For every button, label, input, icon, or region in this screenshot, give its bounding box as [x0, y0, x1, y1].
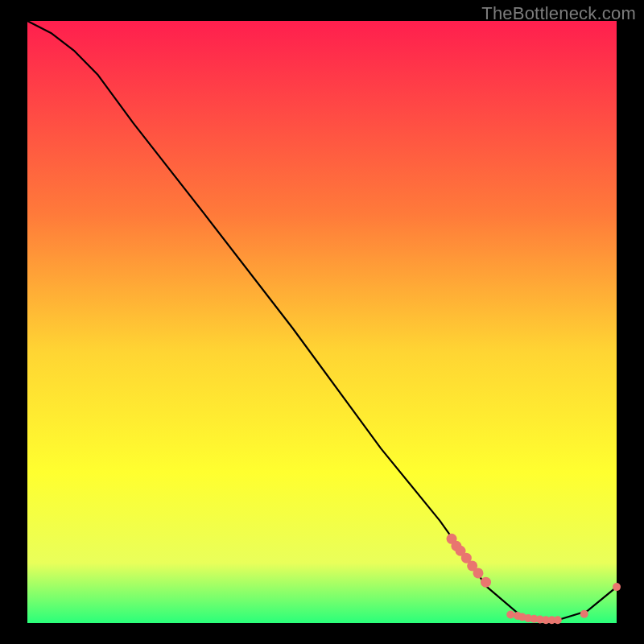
watermark-text: TheBottleneck.com: [481, 3, 636, 24]
gradient-background: [27, 21, 617, 623]
marker-dot: [481, 577, 491, 588]
marker-dot: [580, 610, 588, 618]
marker-dot: [473, 568, 483, 578]
marker-dot: [506, 611, 514, 619]
marker-dot: [613, 583, 621, 591]
marker-dot: [554, 616, 562, 624]
bottleneck-chart: [0, 0, 644, 644]
